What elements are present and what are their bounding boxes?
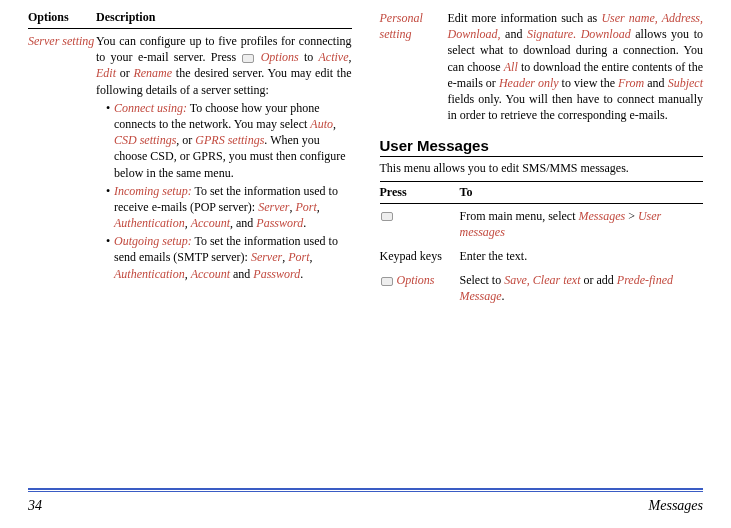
text: and <box>644 76 667 90</box>
options-cell: Options <box>380 272 460 288</box>
password-link: Password <box>256 216 303 230</box>
bullet-incoming-setup: Incoming setup: To set the information u… <box>106 183 352 232</box>
softkey-icon <box>381 212 393 221</box>
server-setting-bullets: Connect using: To choose how your phone … <box>96 100 352 282</box>
all-link: All <box>504 60 518 74</box>
text: and <box>501 27 527 41</box>
text: > <box>625 209 638 223</box>
server-setting-label: Server setting <box>28 33 96 49</box>
text: or add <box>580 273 616 287</box>
connect-using-label: Connect using: <box>114 101 187 115</box>
text: to <box>299 50 319 64</box>
incoming-setup-label: Incoming setup: <box>114 184 192 198</box>
password-link: Password <box>253 267 300 281</box>
personal-setting-label: Personal setting <box>380 10 448 42</box>
text: fields only. You will then have to conne… <box>448 92 704 122</box>
header-press: Press <box>380 185 460 200</box>
text: Edit more information such as <box>448 11 602 25</box>
press-row-2: Keypad keys Enter the text. <box>380 244 704 268</box>
left-column: Options Description Server setting You c… <box>28 10 352 480</box>
right-column: Personal setting Edit more information s… <box>380 10 704 480</box>
text: . <box>300 267 303 281</box>
press-desc-3: Select to Save, Clear text or add Prede-… <box>460 272 704 304</box>
softkey-icon <box>381 277 393 286</box>
port-link: Port <box>296 200 317 214</box>
keypad-keys-label: Keypad keys <box>380 248 460 264</box>
header-description: Description <box>96 10 352 25</box>
options-link: Options <box>261 50 299 64</box>
footer-divider <box>28 488 703 492</box>
bullet-outgoing-setup: Outgoing setup: To set the information u… <box>106 233 352 282</box>
text: to view the <box>559 76 618 90</box>
options-link: Options <box>397 273 435 287</box>
download-link-2: Download <box>576 27 631 41</box>
server-setting-desc: You can configure up to five profiles fo… <box>96 33 352 284</box>
server-setting-row: Server setting You can configure up to f… <box>28 29 352 284</box>
header-only-link: Header only <box>499 76 559 90</box>
press-desc-2: Enter the text. <box>460 248 704 264</box>
save-clear-link: Save, Clear text <box>504 273 580 287</box>
text: , or <box>176 133 195 147</box>
server-link: Server <box>258 200 289 214</box>
press-table-header: Press To <box>380 181 704 204</box>
auto-link: Auto <box>310 117 333 131</box>
text: . <box>502 289 505 303</box>
gprs-link: GPRS settings <box>195 133 264 147</box>
text: , and <box>230 216 256 230</box>
page-number: 34 <box>28 498 42 514</box>
active-link: Active <box>319 50 349 64</box>
press-row-1: From main menu, select Messages > User m… <box>380 204 704 244</box>
auth-link: Authentication <box>114 267 185 281</box>
server-link: Server <box>251 250 282 264</box>
bullet-connect-using: Connect using: To choose how your phone … <box>106 100 352 181</box>
press-icon-cell <box>380 208 460 224</box>
options-table-header: Options Description <box>28 10 352 29</box>
text: or <box>116 66 133 80</box>
text: and <box>230 267 253 281</box>
rename-link: Rename <box>133 66 172 80</box>
user-messages-desc: This menu allows you to edit SMS/MMS mes… <box>380 156 704 180</box>
user-messages-heading: User Messages <box>380 137 704 154</box>
download-link: Download, <box>448 27 501 41</box>
text: From main menu, select <box>460 209 579 223</box>
softkey-icon <box>242 54 254 63</box>
csd-link: CSD settings <box>114 133 176 147</box>
text: , <box>349 50 352 64</box>
username-link: User name, <box>601 11 657 25</box>
edit-link: Edit <box>96 66 116 80</box>
account-link: Account <box>191 216 230 230</box>
signature-link: Signature. <box>527 27 576 41</box>
port-link: Port <box>288 250 309 264</box>
header-options: Options <box>28 10 96 25</box>
page-footer: 34 Messages <box>28 496 703 514</box>
text: , <box>317 200 320 214</box>
press-row-3: Options Select to Save, Clear text or ad… <box>380 268 704 308</box>
account-link: Account <box>191 267 230 281</box>
subject-link: Subject <box>668 76 703 90</box>
press-desc-1: From main menu, select Messages > User m… <box>460 208 704 240</box>
text: , <box>333 117 336 131</box>
personal-setting-desc: Edit more information such as User name,… <box>448 10 704 123</box>
outgoing-setup-label: Outgoing setup: <box>114 234 192 248</box>
header-to: To <box>460 185 704 200</box>
personal-setting-row: Personal setting Edit more information s… <box>380 10 704 123</box>
text: . <box>303 216 306 230</box>
text: , <box>310 250 313 264</box>
address-link: Address, <box>658 11 703 25</box>
text: Select to <box>460 273 505 287</box>
messages-link: Messages <box>578 209 625 223</box>
section-name: Messages <box>649 498 703 514</box>
auth-link: Authentication <box>114 216 185 230</box>
from-link: From <box>618 76 644 90</box>
